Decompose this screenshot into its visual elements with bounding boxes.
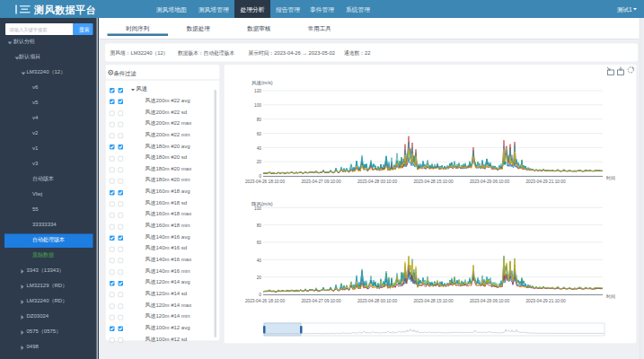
svg-text:0: 0 xyxy=(259,174,261,179)
svg-text:时间: 时间 xyxy=(606,293,615,300)
svg-text:2023-04-29 21:10:00: 2023-04-29 21:10:00 xyxy=(525,299,565,303)
svg-text:2023-04-27 09:10:00: 2023-04-27 09:10:00 xyxy=(301,299,340,303)
svg-text:2023-04-28 15:10:00: 2023-04-28 15:10:00 xyxy=(413,299,453,303)
svg-text:60: 60 xyxy=(257,241,262,245)
svg-text:40: 40 xyxy=(257,146,262,151)
svg-text:20: 20 xyxy=(257,160,262,164)
svg-text:120: 120 xyxy=(254,89,261,93)
svg-text:2023-04-28 00:10:00: 2023-04-28 00:10:00 xyxy=(357,299,397,303)
svg-text:2023-04-29 21:10:00: 2023-04-29 21:10:00 xyxy=(525,180,565,184)
svg-text:时间: 时间 xyxy=(606,175,615,181)
svg-text:80: 80 xyxy=(257,118,262,122)
svg-text:2023-04-29 06:10:00: 2023-04-29 06:10:00 xyxy=(470,299,509,303)
svg-text:80: 80 xyxy=(257,223,262,228)
svg-text:2023-04-29 06:10:00: 2023-04-29 06:10:00 xyxy=(470,180,509,184)
svg-text:2023-04-28 00:10:00: 2023-04-28 00:10:00 xyxy=(357,180,397,184)
svg-text:2023-04-28 15:10:00: 2023-04-28 15:10:00 xyxy=(413,180,453,184)
svg-text:100: 100 xyxy=(254,206,261,211)
svg-text:100: 100 xyxy=(254,103,261,108)
svg-text:风速(m/s): 风速(m/s) xyxy=(251,80,273,85)
svg-text:40: 40 xyxy=(257,258,262,263)
svg-text:2023-04-26 18:10:00: 2023-04-26 18:10:00 xyxy=(245,180,285,184)
svg-text:60: 60 xyxy=(257,132,262,136)
svg-text:2023-04-27 09:10:00: 2023-04-27 09:10:00 xyxy=(301,180,340,184)
svg-text:20: 20 xyxy=(257,276,262,280)
svg-text:2023-04-26 18:10:00: 2023-04-26 18:10:00 xyxy=(245,299,285,303)
svg-text:0: 0 xyxy=(259,293,261,297)
